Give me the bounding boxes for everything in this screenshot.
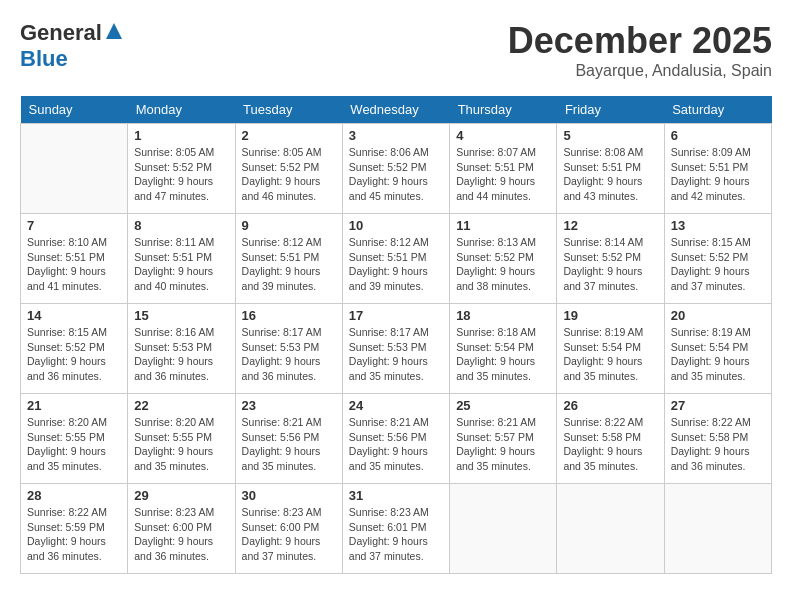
day-info: Sunrise: 8:12 AM Sunset: 5:51 PM Dayligh… <box>349 235 443 294</box>
day-number: 30 <box>242 488 336 503</box>
day-info: Sunrise: 8:05 AM Sunset: 5:52 PM Dayligh… <box>242 145 336 204</box>
table-row: 9Sunrise: 8:12 AM Sunset: 5:51 PM Daylig… <box>235 214 342 304</box>
day-number: 12 <box>563 218 657 233</box>
day-number: 3 <box>349 128 443 143</box>
day-info: Sunrise: 8:12 AM Sunset: 5:51 PM Dayligh… <box>242 235 336 294</box>
table-row: 10Sunrise: 8:12 AM Sunset: 5:51 PM Dayli… <box>342 214 449 304</box>
day-number: 18 <box>456 308 550 323</box>
logo-blue-text: Blue <box>20 46 68 72</box>
day-info: Sunrise: 8:21 AM Sunset: 5:56 PM Dayligh… <box>242 415 336 474</box>
day-info: Sunrise: 8:14 AM Sunset: 5:52 PM Dayligh… <box>563 235 657 294</box>
day-info: Sunrise: 8:22 AM Sunset: 5:58 PM Dayligh… <box>671 415 765 474</box>
table-row: 27Sunrise: 8:22 AM Sunset: 5:58 PM Dayli… <box>664 394 771 484</box>
title-area: December 2025 Bayarque, Andalusia, Spain <box>508 20 772 80</box>
calendar-header-tuesday: Tuesday <box>235 96 342 124</box>
table-row: 6Sunrise: 8:09 AM Sunset: 5:51 PM Daylig… <box>664 124 771 214</box>
day-number: 15 <box>134 308 228 323</box>
day-number: 24 <box>349 398 443 413</box>
svg-marker-0 <box>106 23 122 39</box>
month-title: December 2025 <box>508 20 772 62</box>
table-row: 13Sunrise: 8:15 AM Sunset: 5:52 PM Dayli… <box>664 214 771 304</box>
day-info: Sunrise: 8:22 AM Sunset: 5:59 PM Dayligh… <box>27 505 121 564</box>
calendar-header-wednesday: Wednesday <box>342 96 449 124</box>
table-row: 30Sunrise: 8:23 AM Sunset: 6:00 PM Dayli… <box>235 484 342 574</box>
table-row: 26Sunrise: 8:22 AM Sunset: 5:58 PM Dayli… <box>557 394 664 484</box>
day-info: Sunrise: 8:05 AM Sunset: 5:52 PM Dayligh… <box>134 145 228 204</box>
day-info: Sunrise: 8:10 AM Sunset: 5:51 PM Dayligh… <box>27 235 121 294</box>
header: General Blue December 2025 Bayarque, And… <box>20 20 772 80</box>
calendar-header-thursday: Thursday <box>450 96 557 124</box>
day-number: 14 <box>27 308 121 323</box>
calendar-header-sunday: Sunday <box>21 96 128 124</box>
day-number: 5 <box>563 128 657 143</box>
day-info: Sunrise: 8:19 AM Sunset: 5:54 PM Dayligh… <box>563 325 657 384</box>
day-info: Sunrise: 8:15 AM Sunset: 5:52 PM Dayligh… <box>671 235 765 294</box>
day-info: Sunrise: 8:21 AM Sunset: 5:56 PM Dayligh… <box>349 415 443 474</box>
table-row: 31Sunrise: 8:23 AM Sunset: 6:01 PM Dayli… <box>342 484 449 574</box>
day-number: 29 <box>134 488 228 503</box>
table-row: 3Sunrise: 8:06 AM Sunset: 5:52 PM Daylig… <box>342 124 449 214</box>
day-info: Sunrise: 8:23 AM Sunset: 6:01 PM Dayligh… <box>349 505 443 564</box>
calendar-header-monday: Monday <box>128 96 235 124</box>
day-number: 23 <box>242 398 336 413</box>
day-number: 28 <box>27 488 121 503</box>
table-row: 1Sunrise: 8:05 AM Sunset: 5:52 PM Daylig… <box>128 124 235 214</box>
day-info: Sunrise: 8:16 AM Sunset: 5:53 PM Dayligh… <box>134 325 228 384</box>
day-number: 27 <box>671 398 765 413</box>
day-info: Sunrise: 8:22 AM Sunset: 5:58 PM Dayligh… <box>563 415 657 474</box>
table-row: 5Sunrise: 8:08 AM Sunset: 5:51 PM Daylig… <box>557 124 664 214</box>
table-row: 4Sunrise: 8:07 AM Sunset: 5:51 PM Daylig… <box>450 124 557 214</box>
location-title: Bayarque, Andalusia, Spain <box>508 62 772 80</box>
day-number: 7 <box>27 218 121 233</box>
calendar-week-row: 28Sunrise: 8:22 AM Sunset: 5:59 PM Dayli… <box>21 484 772 574</box>
calendar-header-saturday: Saturday <box>664 96 771 124</box>
day-number: 13 <box>671 218 765 233</box>
logo-icon <box>104 21 124 41</box>
table-row: 8Sunrise: 8:11 AM Sunset: 5:51 PM Daylig… <box>128 214 235 304</box>
table-row <box>21 124 128 214</box>
day-info: Sunrise: 8:23 AM Sunset: 6:00 PM Dayligh… <box>134 505 228 564</box>
table-row: 28Sunrise: 8:22 AM Sunset: 5:59 PM Dayli… <box>21 484 128 574</box>
table-row: 11Sunrise: 8:13 AM Sunset: 5:52 PM Dayli… <box>450 214 557 304</box>
day-info: Sunrise: 8:11 AM Sunset: 5:51 PM Dayligh… <box>134 235 228 294</box>
table-row: 25Sunrise: 8:21 AM Sunset: 5:57 PM Dayli… <box>450 394 557 484</box>
day-info: Sunrise: 8:09 AM Sunset: 5:51 PM Dayligh… <box>671 145 765 204</box>
day-info: Sunrise: 8:20 AM Sunset: 5:55 PM Dayligh… <box>27 415 121 474</box>
day-info: Sunrise: 8:15 AM Sunset: 5:52 PM Dayligh… <box>27 325 121 384</box>
day-number: 2 <box>242 128 336 143</box>
table-row: 12Sunrise: 8:14 AM Sunset: 5:52 PM Dayli… <box>557 214 664 304</box>
calendar-week-row: 1Sunrise: 8:05 AM Sunset: 5:52 PM Daylig… <box>21 124 772 214</box>
day-number: 20 <box>671 308 765 323</box>
table-row: 17Sunrise: 8:17 AM Sunset: 5:53 PM Dayli… <box>342 304 449 394</box>
day-number: 1 <box>134 128 228 143</box>
day-number: 16 <box>242 308 336 323</box>
calendar-week-row: 21Sunrise: 8:20 AM Sunset: 5:55 PM Dayli… <box>21 394 772 484</box>
day-number: 21 <box>27 398 121 413</box>
table-row: 24Sunrise: 8:21 AM Sunset: 5:56 PM Dayli… <box>342 394 449 484</box>
day-number: 8 <box>134 218 228 233</box>
calendar: SundayMondayTuesdayWednesdayThursdayFrid… <box>20 96 772 574</box>
table-row: 14Sunrise: 8:15 AM Sunset: 5:52 PM Dayli… <box>21 304 128 394</box>
table-row <box>664 484 771 574</box>
day-info: Sunrise: 8:08 AM Sunset: 5:51 PM Dayligh… <box>563 145 657 204</box>
table-row: 19Sunrise: 8:19 AM Sunset: 5:54 PM Dayli… <box>557 304 664 394</box>
day-number: 25 <box>456 398 550 413</box>
table-row: 7Sunrise: 8:10 AM Sunset: 5:51 PM Daylig… <box>21 214 128 304</box>
table-row: 15Sunrise: 8:16 AM Sunset: 5:53 PM Dayli… <box>128 304 235 394</box>
day-info: Sunrise: 8:07 AM Sunset: 5:51 PM Dayligh… <box>456 145 550 204</box>
day-number: 10 <box>349 218 443 233</box>
logo-general-text: General <box>20 20 102 46</box>
day-info: Sunrise: 8:21 AM Sunset: 5:57 PM Dayligh… <box>456 415 550 474</box>
table-row: 23Sunrise: 8:21 AM Sunset: 5:56 PM Dayli… <box>235 394 342 484</box>
day-info: Sunrise: 8:20 AM Sunset: 5:55 PM Dayligh… <box>134 415 228 474</box>
table-row <box>450 484 557 574</box>
table-row <box>557 484 664 574</box>
day-info: Sunrise: 8:06 AM Sunset: 5:52 PM Dayligh… <box>349 145 443 204</box>
table-row: 2Sunrise: 8:05 AM Sunset: 5:52 PM Daylig… <box>235 124 342 214</box>
day-number: 22 <box>134 398 228 413</box>
table-row: 21Sunrise: 8:20 AM Sunset: 5:55 PM Dayli… <box>21 394 128 484</box>
logo: General Blue <box>20 20 124 72</box>
day-number: 17 <box>349 308 443 323</box>
day-number: 9 <box>242 218 336 233</box>
day-info: Sunrise: 8:17 AM Sunset: 5:53 PM Dayligh… <box>349 325 443 384</box>
